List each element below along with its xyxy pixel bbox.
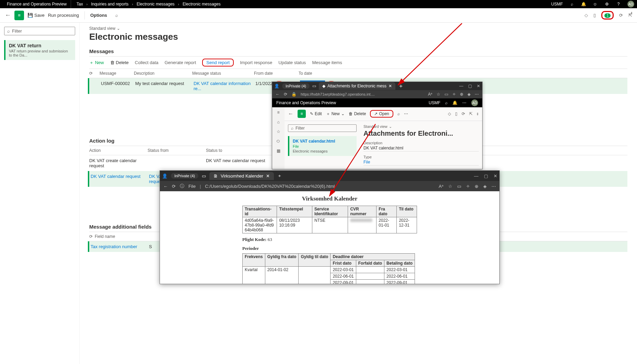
view-selector[interactable]: Standard view ⌄ bbox=[89, 26, 627, 31]
update-status-button[interactable]: Update status bbox=[278, 60, 306, 65]
avatar[interactable]: AD bbox=[471, 99, 478, 106]
favorites-icon[interactable]: ✧ bbox=[452, 92, 456, 97]
wallet-icon[interactable]: ◈ bbox=[483, 184, 487, 189]
url-field[interactable]: https://hxbh71wrpfdeabixg7.operations.in… bbox=[301, 92, 424, 96]
refresh-icon[interactable]: ⟳ bbox=[89, 234, 93, 239]
popout-icon[interactable]: ⇱ bbox=[469, 111, 473, 116]
col-message[interactable]: Message bbox=[100, 71, 134, 76]
col-action[interactable]: Action bbox=[89, 148, 148, 153]
hamburger-icon[interactable]: ≡ bbox=[14, 11, 24, 20]
refresh-icon[interactable]: ⟳ bbox=[89, 71, 100, 76]
notification-button[interactable]: 1 bbox=[601, 11, 614, 20]
attachment-item[interactable]: DK VAT calendar.html File Electronic mes… bbox=[288, 136, 357, 156]
edit-button[interactable]: ✎ Edit bbox=[310, 111, 322, 116]
more-icon[interactable]: ⋯ bbox=[475, 92, 479, 97]
collections-icon[interactable]: ▭ bbox=[444, 92, 448, 97]
read-aloud-icon[interactable]: Aᵃ bbox=[428, 92, 432, 97]
generate-report-button[interactable]: Generate report bbox=[165, 60, 196, 65]
open-button[interactable]: ↗ Open bbox=[370, 110, 393, 118]
read-aloud-icon[interactable]: Aᵃ bbox=[439, 184, 443, 189]
hamburger-icon[interactable]: ≡ bbox=[277, 110, 279, 115]
url-field[interactable]: C:/Users/egolub/Downloads/DK%20VAT%20cal… bbox=[205, 184, 335, 189]
profile-icon[interactable]: 👤 bbox=[274, 84, 279, 88]
hamburger-icon[interactable]: ≡ bbox=[298, 110, 306, 118]
col-fromdate[interactable]: From date bbox=[254, 71, 299, 76]
search-icon[interactable]: ⌕ bbox=[569, 1, 575, 7]
maximize-icon[interactable]: ▢ bbox=[484, 173, 488, 179]
close-icon[interactable]: ✕ bbox=[389, 84, 392, 88]
browser-tab[interactable]: 🗎 Virksomhed Kalender ✕ bbox=[209, 172, 274, 180]
search-icon[interactable]: ⌕ bbox=[445, 100, 448, 105]
home-icon[interactable]: ⌂ bbox=[277, 120, 279, 124]
collections-icon[interactable]: ▭ bbox=[457, 184, 461, 189]
delete-button[interactable]: 🗑 Delete bbox=[110, 60, 129, 65]
more-icon[interactable]: ⋯ bbox=[462, 100, 466, 105]
col-fieldname[interactable]: Field name bbox=[95, 234, 115, 239]
search-icon[interactable]: ⌕ bbox=[397, 111, 400, 116]
refresh-icon[interactable]: ⟳ bbox=[172, 184, 176, 189]
col-todate[interactable]: To date bbox=[299, 71, 350, 76]
send-report-button[interactable]: Send report bbox=[202, 59, 234, 66]
crumb[interactable]: Tax bbox=[77, 2, 83, 7]
save-button[interactable]: 💾 Save bbox=[27, 13, 45, 18]
wallet-icon[interactable]: ◈ bbox=[467, 92, 471, 97]
cell-status[interactable]: DK VAT calendar information re... bbox=[194, 81, 255, 91]
smiley-icon[interactable]: ☺ bbox=[592, 1, 598, 7]
crumb[interactable]: Electronic messages bbox=[137, 2, 175, 7]
minimize-icon[interactable]: — bbox=[474, 173, 478, 179]
back-icon[interactable]: ← bbox=[163, 184, 168, 189]
favorites-icon[interactable]: ✧ bbox=[466, 184, 470, 189]
back-arrow-icon[interactable]: ← bbox=[288, 111, 293, 117]
refresh-icon[interactable]: ⟳ bbox=[619, 13, 623, 18]
crumb[interactable]: Electronic messages bbox=[183, 2, 221, 7]
company-code[interactable]: USMF bbox=[551, 2, 563, 7]
col-status-to[interactable]: Status to bbox=[206, 148, 275, 153]
grid-icon[interactable]: ▦ bbox=[277, 148, 280, 153]
search-icon[interactable]: ⌕ bbox=[115, 13, 118, 18]
browser-tab[interactable]: ◆ Attachments for Electronic mess ✕ bbox=[319, 82, 395, 90]
company-code[interactable]: USMF bbox=[429, 100, 440, 105]
more-icon[interactable]: ⋯ bbox=[491, 184, 496, 189]
back-icon[interactable]: ← bbox=[276, 92, 280, 97]
close-icon[interactable]: ✕ bbox=[477, 84, 480, 88]
extensions-icon[interactable]: ⊕ bbox=[475, 184, 478, 189]
collect-data-button[interactable]: Collect data bbox=[135, 60, 159, 65]
refresh-icon[interactable]: ⟳ bbox=[284, 92, 287, 97]
clock-icon[interactable]: ⏲ bbox=[276, 139, 280, 144]
bell-icon[interactable]: 🔔 bbox=[452, 100, 458, 105]
delete-button[interactable]: 🗑 Delete bbox=[349, 111, 366, 116]
close-icon[interactable]: ✕ bbox=[266, 173, 270, 179]
sidebar-item-dkvat[interactable]: DK VAT return VAT return preview and sub… bbox=[4, 40, 75, 60]
bell-icon[interactable]: 🔔 bbox=[581, 1, 586, 7]
gear-icon[interactable]: ⚙ bbox=[604, 1, 610, 7]
pages-icon[interactable]: ▯ bbox=[593, 13, 596, 18]
diamond-icon[interactable]: ◇ bbox=[448, 111, 451, 116]
options-button[interactable]: Options bbox=[90, 13, 107, 18]
profile-icon[interactable]: 👤 bbox=[162, 173, 167, 179]
filter-funnel-icon[interactable]: ⫾ bbox=[477, 111, 479, 116]
star-icon[interactable]: ☆ bbox=[448, 184, 452, 189]
col-status[interactable]: Message status bbox=[192, 71, 254, 76]
back-arrow-icon[interactable]: ← bbox=[5, 12, 11, 19]
new-button[interactable]: ＋ New ⌄ bbox=[326, 111, 345, 117]
new-tab-icon[interactable]: ＋ bbox=[277, 173, 282, 179]
avatar[interactable]: AD bbox=[627, 1, 634, 8]
more-icon[interactable]: ⋯ bbox=[404, 111, 408, 116]
star-icon[interactable]: ☆ bbox=[277, 129, 280, 134]
refresh-icon[interactable]: ⟳ bbox=[462, 111, 465, 116]
crumb[interactable]: Inquiries and reports bbox=[91, 2, 128, 7]
message-items-button[interactable]: Message items bbox=[312, 60, 342, 65]
tab-overview-icon[interactable]: ▭ bbox=[312, 84, 316, 88]
col-description[interactable]: Description bbox=[134, 71, 192, 76]
filter-funnel-icon[interactable]: ⫾ bbox=[630, 10, 633, 15]
close-icon[interactable]: ✕ bbox=[494, 173, 497, 179]
new-tab-icon[interactable]: ＋ bbox=[398, 83, 404, 90]
help-icon[interactable]: ? bbox=[616, 1, 621, 7]
run-processing-button[interactable]: Run processing bbox=[48, 13, 79, 18]
filter-input[interactable]: ⌕ Filter bbox=[4, 27, 75, 35]
col-status-from[interactable]: Status from bbox=[148, 148, 206, 153]
extensions-icon[interactable]: ⊕ bbox=[460, 92, 463, 97]
new-button[interactable]: ＋ New bbox=[89, 60, 104, 66]
view-selector[interactable]: Standard view ⌄ bbox=[363, 124, 479, 129]
diamond-icon[interactable]: ◇ bbox=[584, 13, 588, 18]
